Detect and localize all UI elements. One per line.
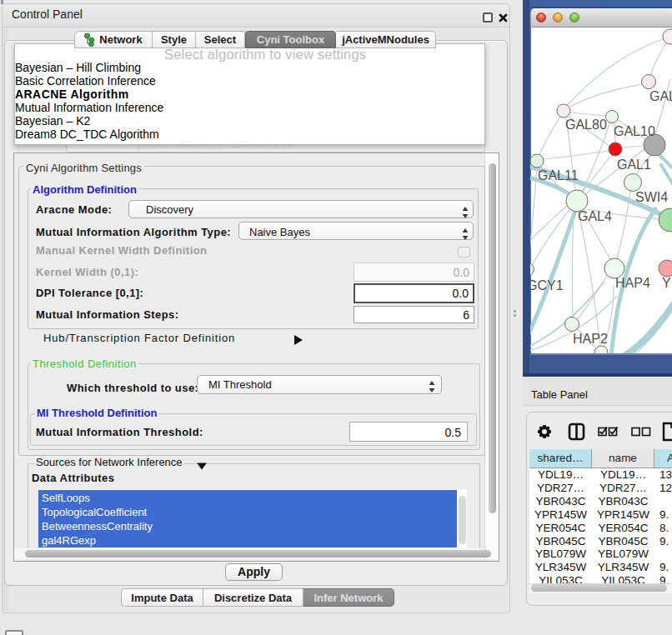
svg-text:GAL4: GAL4 <box>578 209 612 223</box>
svg-text:GAL11: GAL11 <box>538 168 579 182</box>
svg-text:HAP2: HAP2 <box>573 332 608 346</box>
svg-text:HAP4: HAP4 <box>615 276 650 290</box>
svg-text:Y: Y <box>662 276 671 290</box>
svg-text:SWI4: SWI4 <box>635 190 668 204</box>
svg-text:GAL10: GAL10 <box>614 124 655 138</box>
svg-text:GAL1: GAL1 <box>617 158 651 172</box>
svg-text:GCY1: GCY1 <box>530 278 564 292</box>
svg-text:GAL7: GAL7 <box>649 89 672 103</box>
svg-text:GAL80: GAL80 <box>565 118 607 132</box>
